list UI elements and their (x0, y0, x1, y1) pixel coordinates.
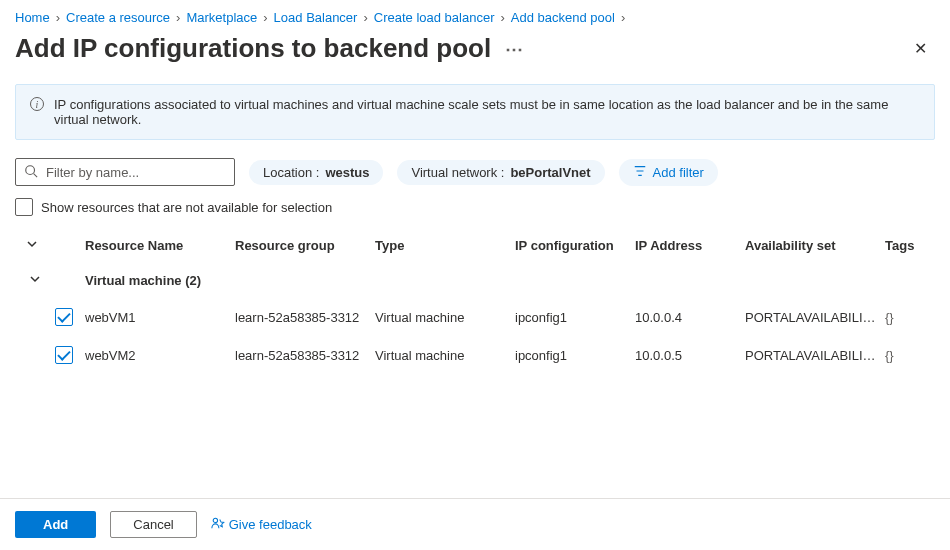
cell-name: webVM2 (85, 348, 235, 363)
filter-icon (633, 164, 647, 181)
chevron-right-icon: › (363, 10, 367, 25)
cell-ipconfig: ipconfig1 (515, 310, 635, 325)
cell-ipconfig: ipconfig1 (515, 348, 635, 363)
expand-all-toggle[interactable] (15, 238, 55, 253)
filter-value: westus (325, 165, 369, 180)
col-availability-set[interactable]: Availability set (745, 238, 885, 253)
cell-avset: PORTALAVAILABILITY (745, 348, 885, 363)
col-resource-name[interactable]: Resource Name (85, 238, 235, 253)
chevron-right-icon: › (56, 10, 60, 25)
page-title: Add IP configurations to backend pool (15, 33, 491, 64)
search-input[interactable] (15, 158, 235, 186)
group-label: Virtual machine (2) (85, 273, 935, 288)
chevron-right-icon: › (176, 10, 180, 25)
feedback-icon (211, 516, 225, 533)
col-ip-config[interactable]: IP configuration (515, 238, 635, 253)
breadcrumb-link[interactable]: Marketplace (186, 10, 257, 25)
cell-ip: 10.0.0.5 (635, 348, 745, 363)
breadcrumb-link[interactable]: Home (15, 10, 50, 25)
cell-name: webVM1 (85, 310, 235, 325)
title-bar: Add IP configurations to backend pool ⋯ … (0, 25, 950, 84)
show-unavailable-checkbox[interactable] (15, 198, 33, 216)
show-unavailable-row: Show resources that are not available fo… (0, 198, 950, 232)
filter-value: bePortalVnet (510, 165, 590, 180)
add-filter-label: Add filter (653, 165, 704, 180)
cell-avset: PORTALAVAILABILITY (745, 310, 885, 325)
filter-bar: Location : westus Virtual network : bePo… (0, 158, 950, 198)
svg-point-0 (26, 165, 35, 174)
filter-pill-location[interactable]: Location : westus (249, 160, 383, 185)
breadcrumb-link[interactable]: Create a resource (66, 10, 170, 25)
col-ip-address[interactable]: IP Address (635, 238, 745, 253)
cell-tags: {} (885, 310, 925, 325)
col-type[interactable]: Type (375, 238, 515, 253)
cancel-button[interactable]: Cancel (110, 511, 196, 538)
search-icon (24, 164, 38, 181)
chevron-right-icon: › (263, 10, 267, 25)
cell-tags: {} (885, 348, 925, 363)
chevron-right-icon: › (500, 10, 504, 25)
breadcrumb-link[interactable]: Load Balancer (274, 10, 358, 25)
breadcrumb: Home› Create a resource› Marketplace› Lo… (0, 0, 950, 25)
close-icon[interactable]: ✕ (905, 39, 935, 58)
feedback-label: Give feedback (229, 517, 312, 532)
cell-ip: 10.0.0.4 (635, 310, 745, 325)
chevron-right-icon: › (621, 10, 625, 25)
give-feedback-link[interactable]: Give feedback (211, 516, 312, 533)
more-menu-icon[interactable]: ⋯ (505, 38, 525, 60)
info-message: IP configurations associated to virtual … (54, 97, 920, 127)
group-toggle[interactable] (15, 273, 55, 288)
filter-pill-vnet[interactable]: Virtual network : bePortalVnet (397, 160, 604, 185)
results-grid: Resource Name Resource group Type IP con… (0, 232, 950, 374)
col-resource-group[interactable]: Resource group (235, 238, 375, 253)
svg-point-2 (213, 518, 217, 522)
search-field[interactable] (46, 165, 226, 180)
row-checkbox[interactable] (55, 346, 73, 364)
table-row[interactable]: webVM1 learn-52a58385-3312 Virtual machi… (15, 298, 935, 336)
cell-type: Virtual machine (375, 348, 515, 363)
breadcrumb-link[interactable]: Add backend pool (511, 10, 615, 25)
show-unavailable-label: Show resources that are not available fo… (41, 200, 332, 215)
filter-label: Location : (263, 165, 319, 180)
grid-header: Resource Name Resource group Type IP con… (15, 232, 935, 263)
info-banner: i IP configurations associated to virtua… (15, 84, 935, 140)
group-row[interactable]: Virtual machine (2) (15, 263, 935, 298)
row-checkbox[interactable] (55, 308, 73, 326)
col-tags[interactable]: Tags (885, 238, 925, 253)
cell-rg: learn-52a58385-3312 (235, 348, 375, 363)
breadcrumb-link[interactable]: Create load balancer (374, 10, 495, 25)
svg-line-1 (34, 173, 38, 177)
add-button[interactable]: Add (15, 511, 96, 538)
filter-label: Virtual network : (411, 165, 504, 180)
info-icon: i (30, 97, 44, 111)
table-row[interactable]: webVM2 learn-52a58385-3312 Virtual machi… (15, 336, 935, 374)
footer-bar: Add Cancel Give feedback (0, 498, 950, 550)
cell-type: Virtual machine (375, 310, 515, 325)
add-filter-button[interactable]: Add filter (619, 159, 718, 186)
cell-rg: learn-52a58385-3312 (235, 310, 375, 325)
